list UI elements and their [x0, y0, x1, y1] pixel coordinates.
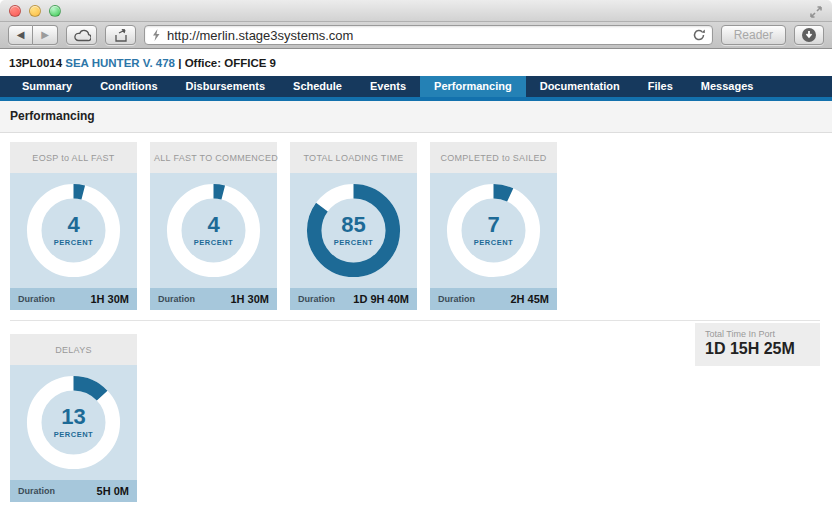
card-all-fast-to-commenced: ALL FAST TO COMMENCED 4 PERCENT Duration… [150, 142, 277, 310]
duration-row: Duration 1H 30M [150, 288, 277, 310]
header-separator: | [178, 57, 181, 69]
fullscreen-icon[interactable] [808, 4, 824, 20]
forward-button[interactable]: ▶ [33, 25, 58, 45]
percent-label: PERCENT [54, 430, 93, 439]
download-icon [801, 27, 817, 43]
second-row: DELAYS 13 PERCENT Duration 5H 0M [10, 321, 820, 502]
history-buttons: ◀ ▶ [8, 25, 58, 45]
reload-icon[interactable] [692, 28, 706, 42]
tab-schedule[interactable]: Schedule [279, 76, 356, 97]
percent-value: 85 [341, 214, 365, 236]
tab-summary[interactable]: Summary [8, 76, 86, 97]
duration-row: Duration 1D 9H 40M [290, 288, 417, 310]
tab-events[interactable]: Events [356, 76, 420, 97]
close-window-button[interactable] [9, 5, 21, 17]
window-titlebar [0, 0, 832, 22]
back-icon: ◀ [17, 30, 25, 40]
zoom-window-button[interactable] [49, 5, 61, 17]
percent-value: 4 [67, 214, 79, 236]
duration-label: Duration [298, 294, 335, 304]
duration-label: Duration [18, 486, 55, 496]
tab-performancing[interactable]: Performancing [420, 76, 526, 97]
duration-value: 1H 30M [230, 293, 269, 305]
site-favicon [151, 28, 161, 42]
browser-toolbar: ◀ ▶ Reader [0, 22, 832, 49]
downloads-button[interactable] [794, 25, 824, 45]
address-bar[interactable] [144, 25, 713, 45]
duration-value: 2H 45M [510, 293, 549, 305]
card-title: ALL FAST TO COMMENCED [150, 142, 277, 173]
card-completed-to-sailed: COMPLETED to SAILED 7 PERCENT Duration 2… [430, 142, 557, 310]
percent-value: 13 [61, 406, 85, 428]
dashboard-content: EOSP to ALL FAST 4 PERCENT Duration 1H 3… [0, 133, 832, 525]
tab-disbursements[interactable]: Disbursements [172, 76, 279, 97]
percent-value: 4 [207, 214, 219, 236]
duration-row: Duration 5H 0M [10, 480, 137, 502]
donut-center: 7 PERCENT [430, 173, 557, 288]
window-controls [9, 5, 61, 17]
tab-conditions[interactable]: Conditions [86, 76, 171, 97]
duration-row: Duration 2H 45M [430, 288, 557, 310]
browser-window: ◀ ▶ Reader [0, 0, 832, 525]
forward-icon: ▶ [41, 30, 49, 40]
duration-value: 1H 30M [90, 293, 129, 305]
percent-label: PERCENT [334, 238, 373, 247]
donut-center: 4 PERCENT [10, 173, 137, 288]
card-eosp-to-all-fast: EOSP to ALL FAST 4 PERCENT Duration 1H 3… [10, 142, 137, 310]
donut-chart: 85 PERCENT [290, 173, 417, 288]
reference-number: 13PL0014 [9, 57, 62, 69]
card-title: COMPLETED to SAILED [430, 142, 557, 173]
donut-chart: 7 PERCENT [430, 173, 557, 288]
donut-chart: 4 PERCENT [10, 173, 137, 288]
card-title: EOSP to ALL FAST [10, 142, 137, 173]
share-icon [113, 28, 129, 43]
main-nav: Summary Conditions Disbursements Schedul… [0, 76, 832, 97]
page-title: Performancing [0, 101, 832, 133]
metric-cards-row: EOSP to ALL FAST 4 PERCENT Duration 1H 3… [10, 142, 820, 310]
office-label: Office: OFFICE 9 [185, 57, 276, 69]
card-total-loading-time: TOTAL LOADING TIME 85 PERCENT Duration 1… [290, 142, 417, 310]
donut-chart: 13 PERCENT [10, 365, 137, 480]
percent-label: PERCENT [474, 238, 513, 247]
duration-label: Duration [438, 294, 475, 304]
cloud-icon [73, 28, 91, 42]
duration-value: 5H 0M [97, 485, 129, 497]
reader-button[interactable]: Reader [721, 25, 786, 45]
percent-value: 7 [487, 214, 499, 236]
card-title: DELAYS [10, 334, 137, 365]
total-time-in-port: Total Time In Port 1D 15H 25M [695, 323, 820, 366]
donut-center: 85 PERCENT [290, 173, 417, 288]
total-time-value: 1D 15H 25M [705, 340, 810, 358]
vessel-link[interactable]: SEA HUNTER V. 478 [65, 57, 175, 69]
duration-value: 1D 9H 40M [353, 293, 409, 305]
port-call-header: 13PL0014 SEA HUNTER V. 478 | Office: OFF… [0, 49, 832, 76]
url-input[interactable] [167, 28, 686, 43]
minimize-window-button[interactable] [29, 5, 41, 17]
duration-label: Duration [158, 294, 195, 304]
donut-center: 4 PERCENT [150, 173, 277, 288]
donut-chart: 4 PERCENT [150, 173, 277, 288]
tab-messages[interactable]: Messages [687, 76, 768, 97]
total-time-label: Total Time In Port [705, 329, 810, 339]
donut-center: 13 PERCENT [10, 365, 137, 480]
share-button[interactable] [105, 25, 136, 45]
duration-label: Duration [18, 294, 55, 304]
card-delays: DELAYS 13 PERCENT Duration 5H 0M [10, 334, 137, 502]
tab-files[interactable]: Files [634, 76, 687, 97]
back-button[interactable]: ◀ [8, 25, 33, 45]
icloud-button[interactable] [66, 25, 97, 45]
percent-label: PERCENT [194, 238, 233, 247]
percent-label: PERCENT [54, 238, 93, 247]
card-title: TOTAL LOADING TIME [290, 142, 417, 173]
duration-row: Duration 1H 30M [10, 288, 137, 310]
tab-documentation[interactable]: Documentation [526, 76, 634, 97]
